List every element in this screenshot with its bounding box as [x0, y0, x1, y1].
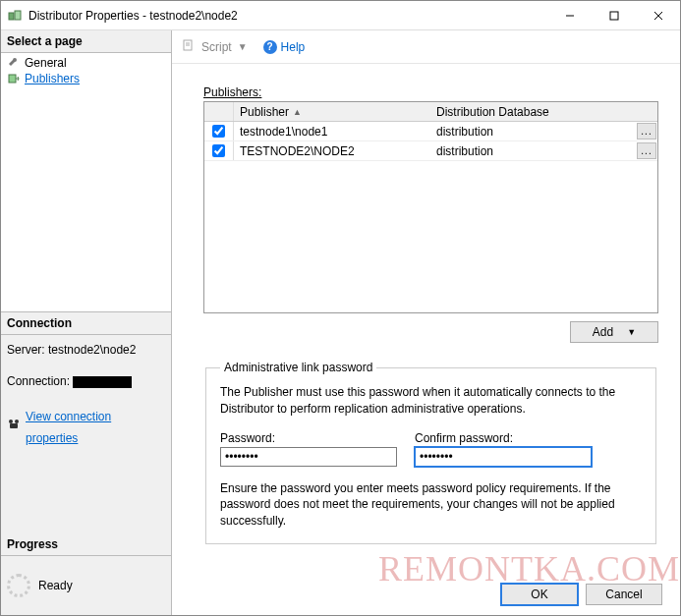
connection-body: Server: testnode2\node2 Connection: View… [1, 335, 171, 453]
svg-point-7 [9, 420, 13, 423]
sidebar: Select a page General Publishers Connect… [1, 30, 172, 615]
confirm-password-input[interactable] [415, 447, 592, 467]
confirm-password-label: Confirm password: [415, 431, 592, 445]
title-bar: Distributor Properties - testnode2\node2 [1, 1, 680, 30]
admin-note: Ensure the password you enter meets pass… [220, 480, 642, 530]
table-row[interactable]: TESTNODE2\NODE2 distribution ... [204, 141, 657, 161]
row-publisher: TESTNODE2\NODE2 [234, 144, 430, 158]
svg-rect-3 [610, 12, 618, 20]
view-connection-properties-label: View connection properties [26, 406, 165, 449]
server-label: Server: [7, 343, 45, 357]
grid-header-publisher[interactable]: Publisher ▲ [234, 105, 430, 119]
select-page-header: Select a page [1, 30, 171, 53]
chevron-down-icon: ▼ [627, 327, 636, 337]
progress-spinner-icon [7, 574, 30, 597]
sort-asc-icon: ▲ [293, 107, 302, 117]
ok-button[interactable]: OK [501, 584, 578, 605]
wrench-icon [7, 56, 21, 70]
sidebar-item-publishers[interactable]: Publishers [1, 71, 171, 86]
publishers-grid: Publisher ▲ Distribution Database testno… [203, 101, 658, 313]
help-icon: ? [263, 40, 277, 54]
server-value: testnode2\node2 [48, 343, 136, 357]
connection-header: Connection [1, 312, 171, 335]
admin-hint: The Publisher must use this password whe… [220, 384, 642, 418]
svg-rect-6 [9, 75, 16, 83]
progress-header: Progress [1, 533, 171, 556]
grid-header-db[interactable]: Distribution Database [430, 105, 657, 119]
row-checkbox[interactable] [212, 125, 225, 138]
grid-header-check[interactable] [204, 102, 234, 121]
publishers-icon [7, 72, 21, 85]
help-button[interactable]: ? Help [263, 40, 306, 54]
row-options-button[interactable]: ... [637, 123, 656, 140]
view-connection-properties[interactable]: View connection properties [7, 406, 165, 449]
sidebar-item-general[interactable]: General [1, 55, 171, 71]
password-label: Password: [220, 431, 397, 445]
row-db: distribution [436, 125, 637, 139]
svg-rect-0 [9, 13, 14, 20]
connection-label: Connection: [7, 374, 70, 388]
svg-point-8 [15, 420, 19, 423]
row-db: distribution [436, 144, 637, 158]
cancel-button[interactable]: Cancel [586, 584, 662, 605]
page-list: General Publishers [1, 53, 171, 312]
minimize-button[interactable] [547, 1, 592, 29]
connection-props-icon [7, 417, 21, 438]
row-checkbox[interactable] [212, 144, 225, 157]
row-publisher: testnode1\node1 [234, 125, 430, 139]
chevron-down-icon[interactable]: ▼ [238, 41, 248, 52]
add-button[interactable]: Add ▼ [570, 321, 658, 343]
svg-rect-1 [15, 11, 21, 20]
table-row[interactable]: testnode1\node1 distribution ... [204, 122, 657, 141]
sidebar-item-label: General [25, 56, 67, 70]
sidebar-item-label: Publishers [25, 72, 80, 85]
toolbar: Script ▼ ? Help [172, 30, 680, 64]
svg-rect-9 [10, 423, 18, 428]
window-title: Distributor Properties - testnode2\node2 [28, 9, 547, 23]
script-icon [182, 38, 196, 55]
row-options-button[interactable]: ... [637, 142, 656, 159]
grid-header: Publisher ▲ Distribution Database [204, 102, 657, 122]
main-panel: Script ▼ ? Help Publishers: Publisher ▲ … [172, 30, 680, 615]
maximize-button[interactable] [592, 1, 636, 29]
connection-value-redacted [73, 376, 132, 388]
app-icon [7, 8, 23, 24]
progress-status: Ready [38, 579, 73, 592]
admin-legend: Administrative link password [220, 361, 376, 374]
admin-password-group: Administrative link password The Publish… [205, 361, 656, 544]
close-button[interactable] [636, 1, 680, 29]
help-label: Help [281, 40, 306, 54]
script-button[interactable]: Script [201, 40, 232, 54]
publishers-label: Publishers: [203, 85, 658, 99]
password-input[interactable] [220, 447, 397, 467]
